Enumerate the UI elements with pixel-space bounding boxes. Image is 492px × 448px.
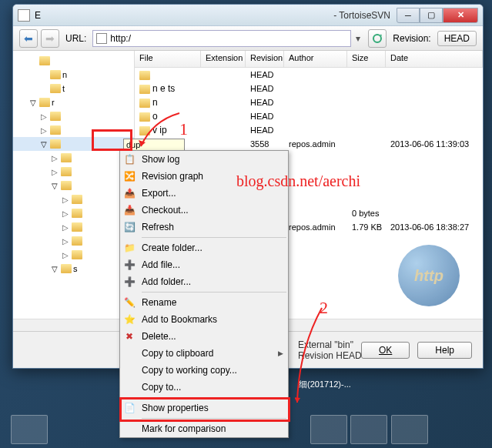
menu-icon: 📤	[123, 187, 136, 199]
taskbar-item[interactable]	[11, 415, 48, 444]
folder-icon	[50, 70, 61, 79]
taskbar-item[interactable]	[310, 415, 347, 444]
expand-icon[interactable]	[52, 154, 59, 162]
folder-icon	[39, 98, 50, 107]
refresh-button[interactable]	[368, 29, 387, 48]
menu-item-show-properties[interactable]: 📄Show properties	[120, 400, 288, 416]
minimize-button[interactable]: ─	[397, 8, 420, 23]
menu-item-checkout-[interactable]: 📥Checkout...	[120, 202, 288, 219]
tree-item[interactable]: n	[13, 68, 134, 82]
head-button[interactable]: HEAD	[437, 31, 477, 46]
tree-item[interactable]	[13, 123, 134, 137]
menu-icon: ➕	[123, 276, 136, 288]
folder-icon	[50, 125, 61, 135]
folder-icon	[139, 126, 150, 135]
menu-icon: 🔄	[123, 221, 136, 233]
expand-icon[interactable]	[62, 196, 70, 204]
menu-item-mark-for-comparison[interactable]: Mark for comparison	[120, 420, 288, 437]
menu-label: Refresh	[142, 222, 283, 232]
close-button[interactable]: ✕	[443, 8, 478, 23]
folder-icon	[61, 264, 72, 273]
col-revision[interactable]: Revision	[246, 51, 284, 67]
expand-icon[interactable]	[52, 168, 59, 176]
url-icon	[96, 33, 107, 44]
list-row[interactable]: n e tsHEAD	[135, 82, 483, 95]
menu-label: Mark for comparison	[142, 423, 283, 434]
menu-label: Add file...	[142, 259, 283, 270]
expand-icon[interactable]	[62, 251, 70, 259]
menu-item-copy-to-[interactable]: Copy to...	[120, 379, 288, 396]
tree-item[interactable]	[13, 192, 134, 206]
expand-icon[interactable]	[41, 112, 49, 121]
expand-icon[interactable]	[62, 209, 70, 218]
menu-label: Show properties	[142, 403, 283, 413]
help-button[interactable]: Help	[417, 342, 472, 359]
dropdown-icon[interactable]: ▾	[356, 33, 360, 44]
tree-item[interactable]: r	[13, 95, 134, 109]
folder-icon	[139, 99, 150, 108]
maximize-button[interactable]: ▢	[420, 8, 443, 23]
url-input[interactable]: http:/	[92, 30, 351, 47]
tree-item[interactable]	[13, 206, 134, 220]
tree-item[interactable]	[13, 165, 134, 179]
menu-label: Revision graph	[142, 171, 283, 182]
tree-item[interactable]: t	[13, 82, 134, 95]
menu-item-export-[interactable]: 📤Export...	[120, 185, 288, 202]
folder-tree[interactable]: ntrs	[13, 51, 135, 322]
menu-item-delete-[interactable]: ✖Delete...	[120, 328, 288, 345]
menu-item-refresh[interactable]: 🔄Refresh	[120, 219, 288, 236]
menu-item-rename[interactable]: ✏️Rename	[120, 294, 288, 311]
menu-icon: ✖	[123, 330, 136, 343]
tree-item[interactable]	[13, 151, 134, 165]
tree-item[interactable]	[13, 248, 134, 262]
back-button[interactable]: ⬅	[19, 29, 38, 48]
url-label: URL:	[65, 33, 86, 44]
folder-icon	[39, 56, 50, 65]
tree-item[interactable]	[13, 137, 134, 151]
tree-item[interactable]: s	[13, 262, 134, 276]
expand-icon[interactable]	[52, 265, 59, 273]
menu-separator	[142, 292, 286, 293]
expand-icon[interactable]	[41, 140, 49, 149]
expand-icon[interactable]	[62, 237, 70, 246]
tree-item[interactable]	[13, 54, 134, 68]
menu-label: Create folder...	[142, 242, 283, 253]
col-size[interactable]: Size	[347, 51, 386, 67]
folder-icon	[72, 236, 82, 246]
col-file[interactable]: File	[135, 51, 201, 67]
list-row[interactable]: nHEAD	[135, 95, 483, 109]
taskbar-item[interactable]	[391, 415, 428, 444]
app-icon	[18, 9, 30, 22]
menu-item-create-folder-[interactable]: 📁Create folder...	[120, 239, 288, 256]
expand-icon[interactable]	[62, 223, 70, 232]
menu-item-add-file-[interactable]: ➕Add file...	[120, 256, 288, 273]
tree-item[interactable]	[13, 220, 134, 234]
taskbar-item[interactable]	[350, 415, 387, 444]
ok-button[interactable]: OK	[361, 342, 410, 359]
titlebar[interactable]: E - TortoiseSVN ─ ▢ ✕	[13, 5, 483, 26]
menu-label: Delete...	[142, 331, 283, 342]
list-header[interactable]: File Extension Revision Author Size Date	[135, 51, 483, 68]
globe-watermark: http	[398, 245, 460, 306]
folder-icon	[72, 250, 82, 259]
menu-item-revision-graph[interactable]: 🔀Revision graph	[120, 168, 288, 185]
expand-icon[interactable]	[52, 182, 59, 190]
menu-item-copy-to-working-copy-[interactable]: Copy to working copy...	[120, 362, 288, 379]
list-row[interactable]: HEAD	[135, 68, 483, 82]
menu-item-add-to-bookmarks[interactable]: ⭐Add to Bookmarks	[120, 311, 288, 328]
menu-item-show-log[interactable]: 📋Show log	[120, 151, 288, 168]
menu-item-add-folder-[interactable]: ➕Add folder...	[120, 273, 288, 290]
col-extension[interactable]: Extension	[201, 51, 246, 67]
tree-item[interactable]	[13, 109, 134, 123]
menu-item-copy-to-clipboard[interactable]: Copy to clipboard▶	[120, 345, 288, 362]
tree-item[interactable]	[13, 234, 134, 248]
context-menu[interactable]: 📋Show log🔀Revision graph📤Export...📥Check…	[119, 150, 289, 438]
expand-icon[interactable]	[30, 99, 38, 107]
col-author[interactable]: Author	[284, 51, 347, 67]
forward-button[interactable]: ➡	[41, 29, 59, 48]
tree-item[interactable]	[13, 179, 134, 192]
svg-point-0	[373, 35, 381, 42]
expand-icon[interactable]	[41, 126, 49, 135]
menu-icon	[123, 381, 136, 393]
col-date[interactable]: Date	[386, 51, 483, 67]
